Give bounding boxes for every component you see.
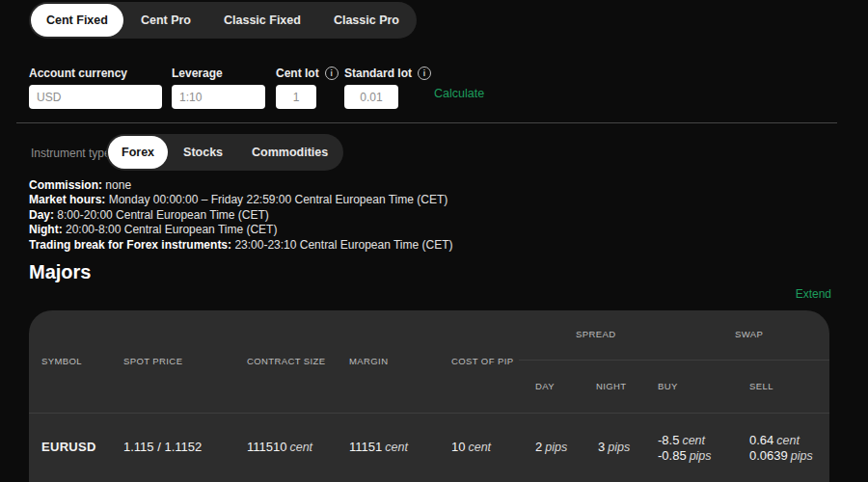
extend-link[interactable]: Extend [796,287,831,301]
cell-margin: 11151cent [349,440,408,454]
majors-table: SPREAD SWAP SYMBOL SPOT PRICE CONTRACT S… [29,310,829,482]
tab-cent-fixed[interactable]: Cent Fixed [31,4,123,37]
tab-commodities[interactable]: Commodities [238,136,341,169]
leverage-label: Leverage [172,67,223,80]
cell-swap-buy: -8.5cent -0.85pips [658,433,712,464]
column-header-swap-buy: BUY [658,381,678,391]
value: 2 [535,440,542,454]
leverage-input[interactable] [172,85,265,109]
standard-lot-label-text: Standard lot [344,67,412,80]
value: -8.5 [658,433,679,447]
value: -0.85 [658,448,687,463]
tab-cent-pro[interactable]: Cent Pro [125,4,206,37]
account-currency-label: Account currency [29,67,127,80]
header-row-divider [29,413,829,414]
cell-cost-of-pip: 10cent [451,440,491,454]
column-header-spread-night: NIGHT [596,381,627,391]
cell-symbol: EURUSD [41,440,96,454]
unit: cent [289,441,312,454]
column-header-spot-price: SPOT PRICE [123,356,182,366]
column-header-spread-day: DAY [535,381,555,391]
detail-label: Night: [29,223,63,236]
standard-lot-input[interactable] [344,85,398,109]
cent-lot-label: Cent lot i [276,67,339,80]
value: 111510 [247,440,286,454]
instrument-type-tabs: Forex Stocks Commodities [106,134,343,171]
detail-label: Trading break for Forex instruments: [29,238,231,252]
unit: cent [468,441,491,454]
value: 11151 [349,440,382,454]
column-group-swap: SWAP [735,329,763,339]
leverage-label-text: Leverage [172,67,223,80]
unit: cent [682,434,705,447]
detail-trading-break: Trading break for Forex instruments: 23:… [29,238,453,253]
detail-label: Day: [29,208,54,222]
unit: cent [776,434,800,447]
swap-buy-cent-line: -8.5cent [658,433,705,447]
unit: pips [690,449,712,463]
detail-commission: Commission: none [29,178,453,193]
swap-sell-cent-line: 0.64cent [749,433,800,447]
column-header-symbol: SYMBOL [41,356,82,366]
group-header-divider [519,360,829,361]
standard-lot-label: Standard lot i [344,67,431,80]
column-header-swap-sell: SELL [749,381,773,391]
instrument-details: Commission: none Market hours: Monday 00… [29,178,453,253]
swap-buy-pips-line: -0.85pips [658,448,712,463]
account-currency-input[interactable] [29,85,162,109]
instrument-type-label: Instrument type [31,147,111,160]
detail-label: Market hours: [29,193,105,206]
value: 0.64 [749,433,773,447]
column-header-margin: MARGIN [349,356,388,366]
column-header-cost-of-pip: COST OF PIP [451,356,513,366]
unit: pips [608,441,630,454]
detail-value: 8:00-20:00 Central European Time (CET) [57,208,268,222]
cell-contract-size: 111510cent [247,440,312,454]
account-currency-label-text: Account currency [29,67,127,80]
unit: cent [385,441,408,454]
tab-forex[interactable]: Forex [108,136,168,169]
cent-lot-label-text: Cent lot [276,67,319,80]
info-icon[interactable]: i [325,67,339,80]
cell-spot-price: 1.115 / 1.1152 [123,440,202,454]
column-group-spread: SPREAD [576,329,615,339]
detail-value: Monday 00:00:00 – Friday 22:59:00 Centra… [109,193,448,206]
swap-sell-pips-line: 0.0639pips [749,448,813,463]
detail-value: 20:00-8:00 Central European Time (CET) [66,223,277,236]
calculate-button[interactable]: Calculate [434,87,484,100]
section-title: Majors [29,261,91,283]
cell-swap-sell: 0.64cent 0.0639pips [749,433,813,464]
tab-classic-fixed[interactable]: Classic Fixed [208,4,316,37]
value: 0.0639 [749,448,788,463]
cent-lot-input[interactable] [276,85,316,109]
unit: pips [791,449,813,463]
unit: pips [545,441,567,454]
value: 3 [598,440,605,454]
info-icon[interactable]: i [418,67,431,80]
value: 10 [451,440,465,454]
detail-market-hours: Market hours: Monday 00:00:00 – Friday 2… [29,193,453,207]
detail-value: none [105,178,131,192]
detail-day: Day: 8:00-20:00 Central European Time (C… [29,208,453,223]
tab-classic-pro[interactable]: Classic Pro [318,4,415,37]
tab-stocks[interactable]: Stocks [170,136,236,169]
detail-label: Commission: [29,178,102,192]
column-header-contract-size: CONTRACT SIZE [247,356,326,366]
cell-spread-day: 2pips [535,440,567,454]
detail-night: Night: 20:00-8:00 Central European Time … [29,223,453,237]
account-type-tabs: Cent Fixed Cent Pro Classic Fixed Classi… [29,2,417,39]
section-divider [16,122,837,123]
detail-value: 23:00-23:10 Central European Time (CET) [234,238,452,252]
cell-spread-night: 3pips [598,440,630,454]
